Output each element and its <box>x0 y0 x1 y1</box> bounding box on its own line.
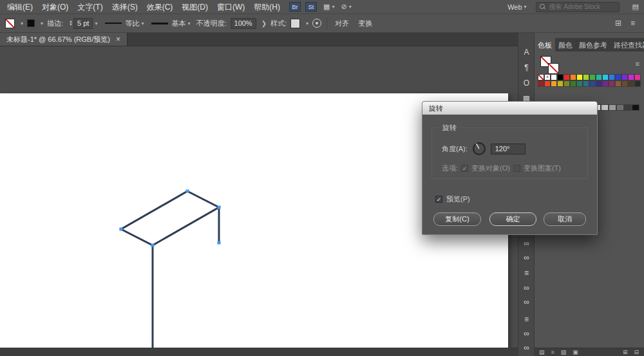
menu-window[interactable]: 窗口(W) <box>213 0 249 14</box>
swatch[interactable] <box>615 80 621 87</box>
swatch[interactable] <box>602 80 609 87</box>
stroke-color-swatch[interactable] <box>27 19 35 27</box>
swatch-none[interactable] <box>538 74 544 80</box>
align-button[interactable]: 对齐 <box>332 19 352 28</box>
arrange-documents-icon[interactable]: ▦▾ <box>323 3 334 11</box>
swatch[interactable] <box>616 104 624 111</box>
close-icon[interactable]: × <box>116 35 120 44</box>
swatch[interactable] <box>589 74 596 80</box>
menu-type[interactable]: 文字(T) <box>73 0 107 14</box>
new-swatch-icon[interactable]: ⊞ <box>623 349 628 355</box>
menu-edit[interactable]: 编辑(E) <box>3 0 37 14</box>
stock-badge-icon[interactable]: St <box>305 2 317 12</box>
swatch[interactable] <box>570 80 576 87</box>
stroke-weight-stepper[interactable]: ▲▼ 5 pt ▾ <box>67 17 99 30</box>
delete-swatch-icon[interactable]: ⊟ <box>634 349 639 355</box>
swatch[interactable] <box>589 80 596 87</box>
workspace-grid-icon[interactable]: ⊞ <box>615 19 621 28</box>
horizontal-scrollbar[interactable] <box>0 348 518 356</box>
stroke-proxy-swatch[interactable] <box>548 63 559 74</box>
libraries-icon[interactable]: ▤ <box>539 349 545 355</box>
stroke-weight-value[interactable]: 5 pt <box>73 18 93 29</box>
workspace-switcher[interactable]: Web ▾ <box>505 3 529 12</box>
character-panel-icon[interactable]: A <box>518 46 535 59</box>
swatch[interactable] <box>583 74 589 80</box>
transform-button[interactable]: 变换 <box>355 19 375 28</box>
chevron-down-icon[interactable]: ▾ <box>141 21 144 26</box>
menu-effect[interactable]: 效果(C) <box>142 0 178 14</box>
swatch[interactable] <box>564 80 570 87</box>
swatch[interactable] <box>564 74 570 80</box>
angle-input[interactable]: 120° <box>491 144 526 155</box>
opentype-panel-icon[interactable]: O <box>518 77 535 89</box>
swatch[interactable] <box>634 80 641 87</box>
dialog-title-bar[interactable]: 旋转 <box>422 102 597 115</box>
tab-swatches[interactable]: 色板 <box>535 38 555 52</box>
swatch[interactable] <box>601 104 609 111</box>
swatch[interactable] <box>557 74 564 80</box>
stepper-arrows-icon[interactable]: ▲▼ <box>69 20 73 26</box>
chevron-down-icon[interactable]: ▾ <box>41 21 43 26</box>
swatch[interactable] <box>628 74 634 80</box>
swatch-list-options-icon[interactable]: ≡ <box>636 60 639 68</box>
swatch[interactable] <box>538 80 544 87</box>
collapse-control-icon[interactable]: ≡ <box>630 19 635 28</box>
chevron-down-icon[interactable]: ▾ <box>95 21 97 26</box>
menu-view[interactable]: 视图(D) <box>177 0 213 14</box>
swatch[interactable] <box>602 74 609 80</box>
ok-button[interactable]: 确定 <box>489 212 536 226</box>
swatch[interactable] <box>609 104 616 111</box>
swatch[interactable] <box>596 80 602 87</box>
chevron-down-icon[interactable]: ▾ <box>187 21 190 26</box>
swatch[interactable] <box>634 74 641 80</box>
links-panel-icon[interactable]: ∞ <box>518 295 535 308</box>
swatch[interactable] <box>570 74 576 80</box>
chevron-right-icon[interactable]: ❯ <box>261 20 267 27</box>
style-swatch[interactable] <box>290 19 300 28</box>
swatch-kinds-menu-icon[interactable]: ≡ <box>551 349 554 355</box>
menu-help[interactable]: 帮助(H) <box>249 0 285 14</box>
image-trace-panel-icon[interactable]: ∞ <box>518 341 535 354</box>
libraries-panel-icon[interactable]: ∞ <box>518 327 535 340</box>
opacity-value[interactable]: 100% <box>231 18 256 29</box>
menu-object[interactable]: 对象(O) <box>37 0 73 14</box>
symbols-panel-icon[interactable]: ∞ <box>518 237 535 250</box>
swatch[interactable] <box>544 80 551 87</box>
transform-patterns-checkbox[interactable] <box>513 165 520 172</box>
swatch[interactable] <box>609 80 615 87</box>
swatch[interactable] <box>621 74 628 80</box>
fill-color-swatch[interactable] <box>5 19 15 28</box>
document-tab[interactable]: 未标题-1* @ 66.67% (RGB/预览) × <box>0 33 128 46</box>
stock-search[interactable] <box>536 2 620 12</box>
swatch[interactable] <box>632 104 639 111</box>
tab-color[interactable]: 颜色 <box>555 38 576 52</box>
swatch[interactable] <box>596 74 602 80</box>
angle-dial[interactable] <box>472 142 486 156</box>
tab-pathfinder[interactable]: 路径查找器 <box>611 38 644 52</box>
transform-objects-checkbox[interactable] <box>461 165 468 172</box>
swatch-options-icon[interactable]: ▧ <box>561 349 567 355</box>
new-color-group-icon[interactable]: ▣ <box>573 349 578 355</box>
brush-definition-dropdown[interactable]: 基本 ▾ <box>149 17 192 30</box>
swatch[interactable] <box>615 74 621 80</box>
swatch[interactable] <box>576 80 583 87</box>
cancel-button[interactable]: 取消 <box>544 212 586 226</box>
copy-button[interactable]: 复制(C) <box>433 212 481 226</box>
paragraph-panel-icon[interactable]: ¶ <box>518 61 535 74</box>
panel-dock-icon[interactable]: ▤ <box>632 3 639 11</box>
stock-search-input[interactable] <box>549 3 616 10</box>
asset-export-panel-icon[interactable]: ≡ <box>518 313 535 326</box>
screen-mode-icon[interactable]: ⊘▾ <box>341 3 351 11</box>
artboards-panel-icon[interactable]: ∞ <box>518 281 535 294</box>
brushes-panel-icon[interactable]: ∞ <box>518 251 535 264</box>
layers-panel-icon[interactable]: ≡ <box>518 267 535 279</box>
swatch[interactable] <box>624 104 632 111</box>
recolor-artwork-icon[interactable] <box>312 19 321 28</box>
swatch[interactable] <box>628 80 634 87</box>
chevron-down-icon[interactable]: ▾ <box>21 21 23 26</box>
swatch[interactable] <box>551 74 557 80</box>
swatch[interactable] <box>621 80 628 87</box>
swatch[interactable] <box>609 74 615 80</box>
preview-checkbox[interactable] <box>435 196 442 203</box>
swatch[interactable] <box>576 74 583 80</box>
